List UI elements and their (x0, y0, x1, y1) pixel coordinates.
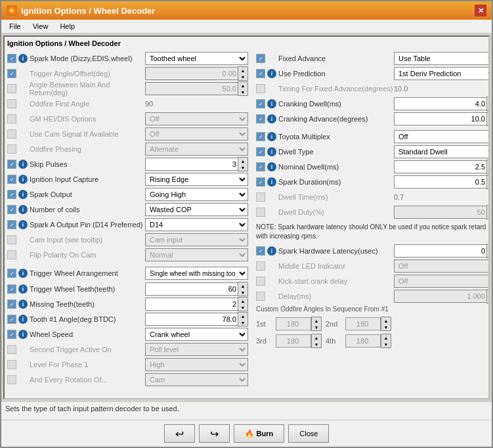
select-flip-polarity[interactable]: Normal (145, 248, 248, 261)
check-delay-ms[interactable] (256, 292, 265, 301)
spin-up-dwell-duty[interactable]: ▲ (487, 206, 490, 212)
check-dwell-duty[interactable] (256, 208, 265, 217)
check-num-coils[interactable]: ✓ (7, 205, 16, 214)
check-spark-output[interactable]: ✓ (7, 190, 16, 199)
check-wheel-speed[interactable]: ✓ (7, 330, 16, 339)
spin-down-dwell-duty[interactable]: ▼ (487, 212, 490, 219)
info-num-coils[interactable]: i (18, 205, 28, 214)
select-toyota-multiplex[interactable]: Off (394, 130, 490, 143)
spin-up-oddfire-4th[interactable]: ▲ (381, 334, 391, 341)
info-wheel-speed[interactable]: i (18, 330, 28, 339)
select-cam-signal[interactable]: Off (145, 127, 248, 141)
select-oddfire-phasing[interactable]: Alternate (145, 143, 248, 156)
spin-down-tooth1-angle[interactable]: ▼ (238, 319, 247, 326)
spin-up-oddfire-1st[interactable]: ▲ (312, 317, 321, 324)
check-tooth1-angle[interactable]: ✓ (7, 315, 16, 324)
select-spark-output[interactable]: Going HighGoing Low (145, 188, 248, 201)
check-cam-input[interactable] (7, 235, 16, 244)
check-trigger-angle[interactable]: ✓ (7, 69, 16, 78)
spin-down-trigger-teeth[interactable]: ▼ (238, 289, 247, 296)
spin-down-cranking-dwell[interactable]: ▼ (487, 104, 490, 110)
check-every-rotation[interactable] (7, 375, 16, 384)
check-timing-fixed[interactable] (256, 84, 265, 93)
check-flip-polarity[interactable] (7, 250, 16, 259)
spin-up-missing-teeth[interactable]: ▲ (238, 298, 247, 304)
select-kickstart-delay[interactable]: Off (394, 275, 490, 288)
check-fixed-advance[interactable]: ✓ (256, 54, 265, 63)
info-nominal-dwell[interactable]: i (267, 162, 276, 171)
info-spark-a-pin[interactable]: i (18, 220, 28, 229)
check-level-phase1[interactable] (7, 360, 16, 369)
spin-up-oddfire-2nd[interactable]: ▲ (381, 317, 391, 324)
menu-help[interactable]: Help (54, 21, 80, 32)
spin-up-delay-ms[interactable]: ▲ (487, 290, 490, 296)
info-skip-pulses[interactable]: i (18, 160, 28, 169)
spin-down-oddfire-4th[interactable]: ▼ (381, 341, 391, 347)
check-trigger-arrangement[interactable]: ✓ (7, 269, 16, 278)
input-spark-duration[interactable] (394, 175, 486, 189)
check-dwell-time[interactable] (256, 192, 265, 202)
check-ignition-capture[interactable]: ✓ (7, 175, 16, 184)
input-delay-ms[interactable] (394, 290, 486, 303)
input-missing-teeth[interactable] (145, 298, 238, 311)
info-trigger-teeth[interactable]: i (18, 284, 28, 294)
info-spark-output[interactable]: i (18, 190, 28, 199)
check-cranking-dwell[interactable]: ✓ (256, 99, 265, 108)
menu-view[interactable]: View (28, 21, 54, 32)
select-fixed-advance[interactable]: Use TableFixed (394, 52, 490, 65)
input-dwell-duty[interactable] (394, 206, 486, 219)
spin-up-cranking-dwell[interactable]: ▲ (487, 97, 490, 104)
check-middle-led[interactable] (256, 261, 265, 271)
input-skip-pulses[interactable] (145, 158, 238, 171)
input-cranking-advance[interactable] (394, 112, 486, 125)
check-oddfire-phasing[interactable] (7, 145, 16, 154)
info-dwell-type[interactable]: i (267, 147, 276, 156)
spin-down-cranking-advance[interactable]: ▼ (487, 119, 490, 125)
select-second-trigger[interactable]: Poll level (145, 343, 248, 356)
spin-up-angle-between[interactable]: ▲ (238, 82, 247, 89)
burn-button[interactable]: 🔥 Burn (234, 424, 285, 443)
info-use-prediction[interactable]: i (267, 69, 276, 78)
check-gm-hei[interactable] (7, 114, 16, 123)
input-trigger-teeth[interactable] (145, 282, 238, 296)
spin-up-trigger-angle[interactable]: ▲ (238, 67, 247, 74)
spin-up-nominal-dwell[interactable]: ▲ (487, 160, 490, 167)
spin-down-oddfire-1st[interactable]: ▼ (312, 324, 321, 330)
spin-down-oddfire-3rd[interactable]: ▼ (312, 341, 321, 347)
input-angle-between[interactable] (145, 82, 238, 95)
info-spark-hw-latency[interactable]: i (267, 246, 276, 256)
info-toyota-multiplex[interactable]: i (267, 132, 276, 141)
spin-down-oddfire-2nd[interactable]: ▼ (381, 324, 391, 330)
spin-down-trigger-angle[interactable]: ▼ (238, 74, 247, 80)
input-nominal-dwell[interactable] (394, 160, 486, 173)
select-cam-input[interactable]: Cam input (145, 233, 248, 246)
spin-down-missing-teeth[interactable]: ▼ (238, 304, 247, 311)
info-spark-duration[interactable]: i (267, 177, 276, 187)
close-window-button[interactable]: ✕ (475, 5, 486, 16)
input-trigger-angle[interactable] (145, 67, 238, 80)
check-skip-pulses[interactable]: ✓ (7, 160, 16, 169)
spin-up-spark-duration[interactable]: ▲ (487, 175, 490, 182)
spin-up-tooth1-angle[interactable]: ▲ (238, 313, 247, 319)
info-spark-mode[interactable]: i (18, 54, 28, 63)
check-spark-mode[interactable]: ✓ (7, 54, 16, 63)
select-num-coils[interactable]: Wasted COPSingle (145, 203, 248, 216)
spin-up-oddfire-3rd[interactable]: ▲ (312, 334, 321, 341)
select-middle-led[interactable]: Off (394, 259, 490, 273)
undo-button[interactable]: ↩ (164, 424, 195, 443)
select-dwell-type[interactable]: Standard DwellFixed (394, 145, 490, 158)
input-tooth1-angle[interactable] (145, 313, 238, 326)
info-missing-teeth[interactable]: i (18, 300, 28, 309)
select-ignition-capture[interactable]: Rising EdgeFalling Edge (145, 173, 248, 186)
spin-down-skip-pulses[interactable]: ▼ (238, 164, 247, 171)
select-gm-hei[interactable]: Off (145, 112, 248, 125)
redo-button[interactable]: ↪ (199, 424, 230, 443)
check-toyota-multiplex[interactable]: ✓ (256, 132, 265, 141)
spin-up-skip-pulses[interactable]: ▲ (238, 158, 247, 164)
check-oddfire-first[interactable] (7, 99, 16, 108)
check-use-prediction[interactable]: ✓ (256, 69, 265, 78)
spin-up-spark-hw-latency[interactable]: ▲ (487, 244, 490, 251)
select-use-prediction[interactable]: 1st Deriv PredictionNone (394, 67, 490, 80)
check-angle-between[interactable] (7, 84, 16, 93)
input-cranking-dwell[interactable] (394, 97, 486, 110)
